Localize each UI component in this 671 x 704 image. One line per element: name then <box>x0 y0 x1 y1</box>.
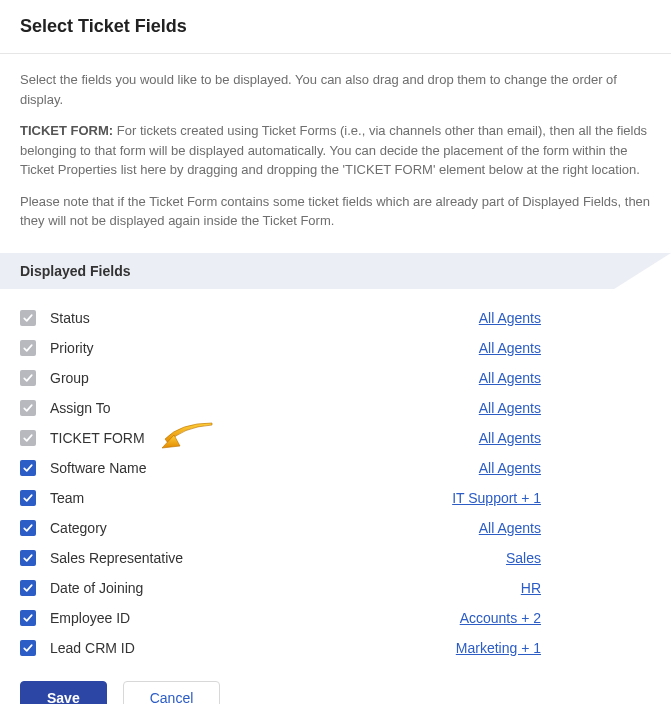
checkbox-locked-icon <box>20 340 36 356</box>
field-row[interactable]: CategoryAll Agents <box>20 513 651 543</box>
field-assignee-link[interactable]: All Agents <box>479 310 541 326</box>
save-button[interactable]: Save <box>20 681 107 705</box>
intro-text: Select the fields you would like to be d… <box>0 54 671 253</box>
field-row[interactable]: Lead CRM IDMarketing + 1 <box>20 633 651 663</box>
field-label: Software Name <box>50 460 146 476</box>
checkbox-checked-icon[interactable] <box>20 580 36 596</box>
field-list: StatusAll AgentsPriorityAll AgentsGroupA… <box>0 289 671 669</box>
field-label: Lead CRM ID <box>50 640 135 656</box>
field-row[interactable]: TeamIT Support + 1 <box>20 483 651 513</box>
checkbox-locked-icon <box>20 430 36 446</box>
dialog-actions: Save Cancel <box>0 669 671 705</box>
field-label: Category <box>50 520 107 536</box>
dialog-title: Select Ticket Fields <box>20 16 651 37</box>
checkbox-checked-icon[interactable] <box>20 610 36 626</box>
field-row[interactable]: GroupAll Agents <box>20 363 651 393</box>
checkbox-locked-icon <box>20 370 36 386</box>
field-assignee-link[interactable]: All Agents <box>479 340 541 356</box>
intro-paragraph-3: Please note that if the Ticket Form cont… <box>20 192 651 231</box>
field-assignee-link[interactable]: IT Support + 1 <box>452 490 541 506</box>
field-assignee-link[interactable]: All Agents <box>479 370 541 386</box>
field-row[interactable]: Date of JoiningHR <box>20 573 651 603</box>
section-title: Displayed Fields <box>20 263 130 279</box>
field-label: Assign To <box>50 400 110 416</box>
field-label: Team <box>50 490 84 506</box>
field-label: Status <box>50 310 90 326</box>
field-row[interactable]: Assign ToAll Agents <box>20 393 651 423</box>
displayed-fields-section-header: Displayed Fields <box>0 253 671 289</box>
field-row[interactable]: Sales RepresentativeSales <box>20 543 651 573</box>
field-row[interactable]: Software NameAll Agents <box>20 453 651 483</box>
field-assignee-link[interactable]: HR <box>521 580 541 596</box>
intro-paragraph-2: TICKET FORM: For tickets created using T… <box>20 121 651 180</box>
field-label: Employee ID <box>50 610 130 626</box>
field-assignee-link[interactable]: All Agents <box>479 520 541 536</box>
field-row[interactable]: Employee IDAccounts + 2 <box>20 603 651 633</box>
cancel-button[interactable]: Cancel <box>123 681 221 705</box>
ticket-form-label: TICKET FORM: <box>20 123 113 138</box>
arrow-annotation-icon <box>162 421 218 451</box>
intro-paragraph-1: Select the fields you would like to be d… <box>20 70 651 109</box>
checkbox-checked-icon[interactable] <box>20 550 36 566</box>
checkbox-locked-icon <box>20 310 36 326</box>
field-assignee-link[interactable]: Sales <box>506 550 541 566</box>
field-assignee-link[interactable]: All Agents <box>479 460 541 476</box>
field-label: Sales Representative <box>50 550 183 566</box>
field-assignee-link[interactable]: Marketing + 1 <box>456 640 541 656</box>
field-row[interactable]: TICKET FORMAll Agents <box>20 423 651 453</box>
field-assignee-link[interactable]: Accounts + 2 <box>460 610 541 626</box>
ticket-form-desc: For tickets created using Ticket Forms (… <box>20 123 647 177</box>
checkbox-locked-icon <box>20 400 36 416</box>
checkbox-checked-icon[interactable] <box>20 460 36 476</box>
field-row[interactable]: PriorityAll Agents <box>20 333 651 363</box>
field-label: TICKET FORM <box>50 430 145 446</box>
field-assignee-link[interactable]: All Agents <box>479 400 541 416</box>
checkbox-checked-icon[interactable] <box>20 520 36 536</box>
dialog-header: Select Ticket Fields <box>0 0 671 54</box>
checkbox-checked-icon[interactable] <box>20 640 36 656</box>
checkbox-checked-icon[interactable] <box>20 490 36 506</box>
field-label: Group <box>50 370 89 386</box>
field-label: Date of Joining <box>50 580 143 596</box>
field-row[interactable]: StatusAll Agents <box>20 303 651 333</box>
field-assignee-link[interactable]: All Agents <box>479 430 541 446</box>
field-label: Priority <box>50 340 94 356</box>
